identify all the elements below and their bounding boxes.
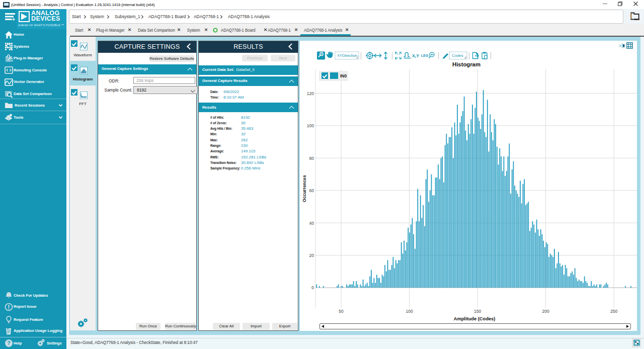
svg-text:50: 50 — [339, 309, 344, 314]
svg-text:100: 100 — [307, 123, 314, 128]
svg-text:40: 40 — [309, 221, 314, 226]
svg-text:20: 20 — [309, 253, 314, 258]
svg-text:0: 0 — [311, 285, 314, 290]
svg-text:80: 80 — [309, 156, 314, 161]
svg-text:100: 100 — [406, 309, 413, 314]
svg-text:?: ? — [7, 340, 10, 346]
svg-text:Occurrences: Occurrences — [302, 175, 307, 202]
svg-text:Histogram: Histogram — [452, 61, 480, 67]
svg-text:120: 120 — [307, 91, 314, 96]
svg-text:150: 150 — [474, 309, 481, 314]
svg-text:200: 200 — [542, 309, 549, 314]
svg-text:Amplitude (Codes): Amplitude (Codes) — [454, 316, 496, 321]
svg-text:60: 60 — [309, 188, 314, 193]
svg-text:250: 250 — [610, 309, 617, 314]
